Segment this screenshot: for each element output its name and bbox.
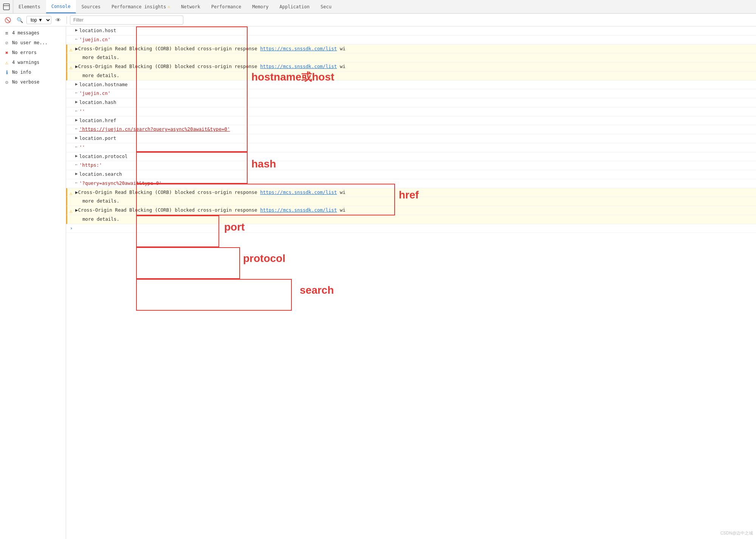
info-icon: ℹ [4, 69, 10, 75]
prop-location-hash: location.hash [79, 99, 116, 106]
console-row-corb-1: ⚠ ▶Cross-Origin Read Blocking (CORB) blo… [66, 45, 756, 54]
corb-text-3: ▶Cross-Origin Read Blocking (CORB) block… [75, 189, 260, 196]
console-output-wrapper: ▶ location.host ← 'juejin.cn' ⚠ ▶Cross-O… [66, 26, 756, 367]
return-arrow: ← [75, 36, 78, 43]
annotation-label-search: search [300, 284, 334, 296]
console-row-hash-value: ← '' [66, 107, 756, 116]
annotation-box-protocol [136, 247, 240, 279]
devtools-icon [0, 0, 13, 13]
clear-console-button[interactable]: 🚫 [2, 15, 13, 25]
prop-location-search: location.search [79, 171, 122, 178]
console-row-location-hostname: ▶ location.hostname [66, 81, 756, 90]
return-arrow-search: ← [75, 180, 78, 186]
console-row-location-hash: ▶ location.hash [66, 98, 756, 107]
sidebar-item-warnings[interactable]: ⚠ 4 warnings [0, 57, 66, 67]
console-row-port-value: ← '' [66, 143, 756, 152]
toolbar-divider [67, 16, 67, 24]
annotation-label-protocol: protocol [243, 252, 285, 265]
warning-icon-4: ⚠ [70, 208, 73, 215]
port-value: '' [79, 144, 85, 151]
console-row-corb-3: ⚠ ▶Cross-Origin Read Blocking (CORB) blo… [66, 188, 756, 197]
corb-link-3[interactable]: https://mcs.snssdk.com/list [260, 189, 337, 196]
sidebar-errors-label: No errors [12, 50, 37, 55]
corb-text-2: ▶Cross-Origin Read Blocking (CORB) block… [75, 63, 260, 70]
sidebar-info-label: No info [12, 70, 31, 75]
console-row-host-value: ← 'juejin.cn' [66, 36, 756, 45]
tab-sources[interactable]: Sources [76, 0, 106, 13]
expand-icon-port[interactable]: ▶ [75, 135, 78, 141]
protocol-value: 'https:' [79, 162, 102, 169]
console-row-protocol-value: ← 'https:' [66, 161, 756, 170]
console-toolbar: 🚫 🔍 top ▼ 👁 [0, 14, 756, 26]
tab-application[interactable]: Application [274, 0, 315, 13]
sidebar-item-messages[interactable]: ≡ 4 messages [0, 28, 66, 38]
warning-icon: ⚠ [4, 59, 10, 65]
corb-suffix-2: wi [337, 63, 345, 70]
return-arrow-href: ← [75, 126, 78, 132]
prompt-chevron: › [70, 225, 73, 232]
corb-link-1[interactable]: https://mcs.snssdk.com/list [260, 45, 337, 53]
expand-icon[interactable]: ▶ [75, 27, 78, 34]
expand-icon-search[interactable]: ▶ [75, 171, 78, 177]
console-output: ▶ location.host ← 'juejin.cn' ⚠ ▶Cross-O… [66, 26, 756, 539]
console-row-location-port: ▶ location.port [66, 134, 756, 143]
hash-value: '' [79, 108, 85, 115]
href-value[interactable]: 'https://juejin.cn/search?query=async%20… [79, 126, 230, 133]
hostname-value: 'juejin.cn' [79, 90, 111, 97]
sidebar-warnings-label: 4 warnings [12, 60, 39, 65]
search-value: '?query=async%20await&type=0' [79, 180, 162, 187]
corb-continuation-2: more details. [82, 72, 119, 79]
watermark: CSDN@边中之城 [720, 530, 753, 536]
console-row-location-protocol: ▶ location.protocol [66, 152, 756, 161]
sidebar-messages-label: 4 messages [12, 30, 39, 36]
expand-icon-href[interactable]: ▶ [75, 117, 78, 124]
console-row-href-value: ← 'https://juejin.cn/search?query=async%… [66, 125, 756, 134]
tab-security[interactable]: Secu [315, 0, 337, 13]
main-area: ≡ 4 messages ⊘ No user me... ✖ No errors… [0, 26, 756, 539]
expand-icon-protocol[interactable]: ▶ [75, 153, 78, 160]
console-row-hostname-value: ← 'juejin.cn' [66, 89, 756, 98]
tab-network[interactable]: Network [176, 0, 206, 13]
tab-elements[interactable]: Elements [13, 0, 46, 13]
corb-suffix-4: wi [337, 207, 345, 214]
sidebar-item-user-messages[interactable]: ⊘ No user me... [0, 38, 66, 48]
corb-link-4[interactable]: https://mcs.snssdk.com/list [260, 207, 337, 214]
tab-console[interactable]: Console [46, 0, 76, 13]
filter-input[interactable] [70, 15, 183, 25]
prop-location-port: location.port [79, 135, 116, 142]
error-icon: ✖ [4, 50, 10, 56]
messages-icon: ≡ [4, 30, 10, 36]
sidebar: ≡ 4 messages ⊘ No user me... ✖ No errors… [0, 26, 66, 539]
console-row-corb-2-cont: more details. [66, 71, 756, 81]
warning-icon-3: ⚠ [70, 190, 73, 197]
console-row-location-href: ▶ location.href [66, 116, 756, 125]
annotation-box-search [136, 279, 292, 311]
warning-icon-2: ⚠ [70, 64, 73, 71]
sidebar-item-info[interactable]: ℹ No info [0, 67, 66, 77]
expand-icon-hostname[interactable]: ▶ [75, 81, 78, 88]
tab-memory[interactable]: Memory [247, 0, 274, 13]
console-row-prompt: › [66, 224, 756, 233]
return-arrow-protocol: ← [75, 162, 78, 168]
tab-performance[interactable]: Performance [206, 0, 247, 13]
user-icon: ⊘ [4, 40, 10, 46]
console-row-corb-4: ⚠ ▶Cross-Origin Read Blocking (CORB) blo… [66, 206, 756, 215]
expand-icon-hash[interactable]: ▶ [75, 99, 78, 105]
return-arrow-hash: ← [75, 108, 78, 115]
tab-performance-insights[interactable]: Performance insights ⚠ [106, 0, 176, 13]
sidebar-user-label: No user me... [12, 40, 48, 45]
sidebar-item-verbose[interactable]: ⚙ No verbose [0, 77, 66, 87]
console-row-corb-2: ⚠ ▶Cross-Origin Read Blocking (CORB) blo… [66, 62, 756, 71]
filter-icon[interactable]: 🔍 [14, 15, 25, 25]
context-selector[interactable]: top ▼ [26, 16, 51, 24]
sidebar-item-errors[interactable]: ✖ No errors [0, 48, 66, 57]
warning-icon-1: ⚠ [70, 46, 73, 54]
console-row-corb-4-cont: more details. [66, 215, 756, 224]
prop-location-hostname: location.hostname [79, 81, 128, 88]
prop-location-href: location.href [79, 117, 116, 124]
eye-icon[interactable]: 👁 [53, 15, 64, 25]
console-row-location-search: ▶ location.search [66, 170, 756, 179]
corb-text-1: ▶Cross-Origin Read Blocking (CORB) block… [75, 45, 260, 53]
corb-link-2[interactable]: https://mcs.snssdk.com/list [260, 63, 337, 70]
console-row-corb-3-cont: more details. [66, 197, 756, 206]
